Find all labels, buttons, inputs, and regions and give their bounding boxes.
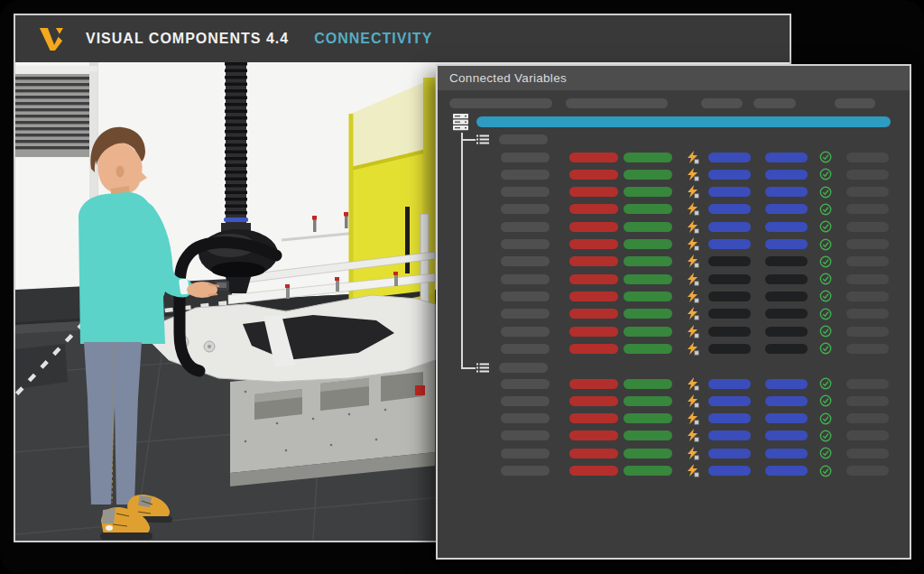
variable-name-placeholder bbox=[501, 396, 550, 406]
source-variable-pill[interactable] bbox=[569, 274, 618, 284]
visual-components-logo-icon bbox=[39, 26, 63, 52]
check-icon bbox=[819, 238, 834, 251]
tree-branch bbox=[461, 367, 476, 369]
server-value-pill[interactable] bbox=[708, 292, 751, 301]
sim-value-pill[interactable] bbox=[765, 327, 808, 337]
check-icon bbox=[819, 203, 834, 216]
target-variable-pill[interactable] bbox=[624, 344, 672, 354]
source-variable-pill[interactable] bbox=[569, 256, 618, 266]
sim-value-pill[interactable] bbox=[765, 466, 808, 476]
column-header-placeholder[interactable] bbox=[753, 98, 796, 108]
target-variable-pill[interactable] bbox=[624, 187, 672, 197]
source-variable-pill[interactable] bbox=[569, 327, 618, 337]
source-variable-pill[interactable] bbox=[569, 396, 618, 406]
server-value-pill[interactable] bbox=[708, 466, 751, 476]
server-value-pill[interactable] bbox=[708, 449, 751, 458]
server-value-pill[interactable] bbox=[708, 379, 751, 389]
opc-server-connection-bar[interactable] bbox=[476, 116, 891, 127]
target-variable-pill[interactable] bbox=[624, 309, 672, 319]
tree-node-label-placeholder[interactable] bbox=[499, 134, 548, 144]
column-header-placeholder[interactable] bbox=[566, 98, 668, 108]
sim-value-pill[interactable] bbox=[765, 256, 808, 266]
sim-value-pill[interactable] bbox=[765, 274, 808, 284]
source-variable-pill[interactable] bbox=[569, 430, 618, 440]
target-variable-pill[interactable] bbox=[624, 379, 672, 389]
source-variable-pill[interactable] bbox=[569, 379, 618, 389]
sim-value-pill[interactable] bbox=[765, 379, 808, 389]
sim-value-pill[interactable] bbox=[765, 309, 808, 319]
sim-value-pill[interactable] bbox=[765, 222, 808, 232]
target-variable-pill[interactable] bbox=[624, 222, 672, 232]
target-variable-pill[interactable] bbox=[624, 239, 672, 249]
server-value-pill[interactable] bbox=[708, 413, 751, 423]
target-variable-pill[interactable] bbox=[624, 256, 672, 266]
variable-name-placeholder bbox=[501, 256, 550, 266]
source-variable-pill[interactable] bbox=[569, 292, 618, 301]
lightning-icon bbox=[687, 185, 701, 199]
target-variable-pill[interactable] bbox=[624, 204, 672, 214]
server-value-pill[interactable] bbox=[708, 274, 751, 284]
sim-value-pill[interactable] bbox=[765, 430, 808, 440]
target-variable-pill[interactable] bbox=[624, 327, 672, 337]
server-value-pill[interactable] bbox=[708, 239, 751, 249]
server-icon[interactable] bbox=[453, 114, 468, 131]
status-placeholder bbox=[846, 327, 889, 337]
target-variable-pill[interactable] bbox=[624, 413, 672, 423]
sim-value-pill[interactable] bbox=[765, 239, 808, 249]
target-variable-pill[interactable] bbox=[624, 170, 672, 180]
source-variable-pill[interactable] bbox=[569, 344, 618, 354]
source-variable-pill[interactable] bbox=[569, 187, 618, 197]
variable-name-placeholder bbox=[501, 379, 550, 389]
variable-name-placeholder bbox=[501, 187, 550, 197]
server-value-pill[interactable] bbox=[708, 256, 751, 266]
column-header-placeholder[interactable] bbox=[449, 98, 552, 108]
sim-value-pill[interactable] bbox=[765, 187, 808, 197]
sim-value-pill[interactable] bbox=[765, 204, 808, 214]
server-value-pill[interactable] bbox=[708, 309, 751, 319]
target-variable-pill[interactable] bbox=[624, 292, 672, 301]
sim-value-pill[interactable] bbox=[765, 449, 808, 458]
sim-value-pill[interactable] bbox=[765, 170, 808, 180]
target-variable-pill[interactable] bbox=[624, 466, 672, 476]
sim-value-pill[interactable] bbox=[765, 396, 808, 406]
column-header-placeholder[interactable] bbox=[835, 98, 875, 108]
lightning-icon bbox=[687, 412, 701, 425]
source-variable-pill[interactable] bbox=[569, 170, 618, 180]
sim-value-pill[interactable] bbox=[765, 292, 808, 301]
server-value-pill[interactable] bbox=[708, 344, 751, 354]
server-value-pill[interactable] bbox=[708, 222, 751, 232]
source-variable-pill[interactable] bbox=[569, 204, 618, 214]
sim-value-pill[interactable] bbox=[765, 413, 808, 423]
source-variable-pill[interactable] bbox=[569, 222, 618, 232]
target-variable-pill[interactable] bbox=[624, 153, 672, 162]
check-icon bbox=[819, 220, 834, 233]
server-value-pill[interactable] bbox=[708, 187, 751, 197]
lightning-icon bbox=[687, 237, 701, 251]
target-variable-pill[interactable] bbox=[624, 396, 672, 406]
check-icon bbox=[819, 290, 834, 302]
server-value-pill[interactable] bbox=[708, 153, 751, 162]
source-variable-pill[interactable] bbox=[569, 309, 618, 319]
server-value-pill[interactable] bbox=[708, 396, 751, 406]
source-variable-pill[interactable] bbox=[569, 449, 618, 458]
target-variable-pill[interactable] bbox=[624, 274, 672, 284]
source-variable-pill[interactable] bbox=[569, 466, 618, 476]
target-variable-pill[interactable] bbox=[624, 430, 672, 440]
source-variable-pill[interactable] bbox=[569, 153, 618, 162]
check-icon bbox=[819, 394, 834, 407]
server-value-pill[interactable] bbox=[708, 170, 751, 180]
list-icon[interactable] bbox=[476, 134, 491, 144]
source-variable-pill[interactable] bbox=[569, 413, 618, 423]
tree-node-label-placeholder[interactable] bbox=[499, 363, 548, 373]
list-icon[interactable] bbox=[476, 363, 491, 373]
target-variable-pill[interactable] bbox=[624, 449, 672, 458]
column-header-placeholder[interactable] bbox=[701, 98, 743, 108]
sim-value-pill[interactable] bbox=[765, 344, 808, 354]
server-value-pill[interactable] bbox=[708, 430, 751, 440]
server-value-pill[interactable] bbox=[708, 204, 751, 214]
variable-name-placeholder bbox=[501, 239, 550, 249]
lightning-icon bbox=[687, 325, 701, 338]
server-value-pill[interactable] bbox=[708, 327, 751, 337]
sim-value-pill[interactable] bbox=[765, 153, 808, 162]
source-variable-pill[interactable] bbox=[569, 239, 618, 249]
